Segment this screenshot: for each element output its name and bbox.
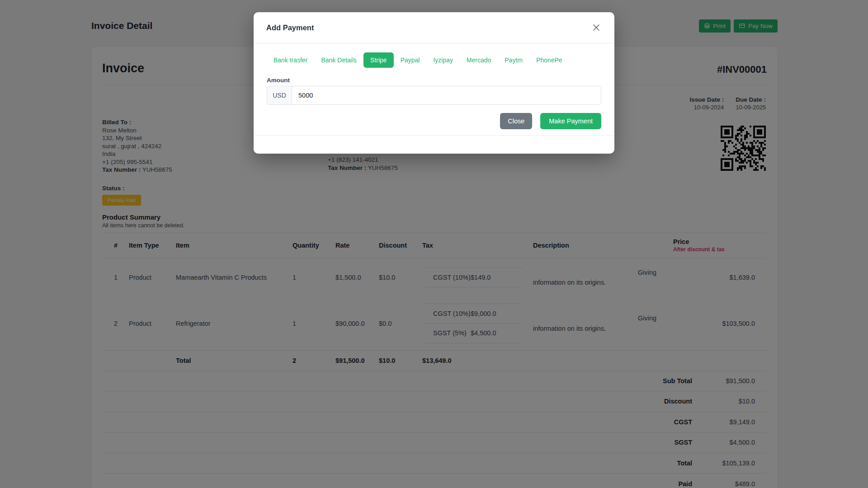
modal-title: Add Payment <box>266 23 314 32</box>
tab-paypal[interactable]: Paypal <box>394 52 427 68</box>
modal-body: Bank trasfer Bank Details Stripe Paypal … <box>254 43 614 129</box>
close-icon[interactable] <box>591 22 602 33</box>
make-payment-button[interactable]: Make Payment <box>540 113 601 129</box>
add-payment-modal: Add Payment Bank trasfer Bank Details St… <box>254 12 614 154</box>
modal-footer <box>254 135 614 154</box>
tab-phonepe[interactable]: PhonePe <box>529 52 569 68</box>
amount-input[interactable] <box>292 86 601 104</box>
tab-mercado[interactable]: Mercado <box>460 52 498 68</box>
modal-actions: Close Make Payment <box>267 113 601 129</box>
modal-header: Add Payment <box>254 12 614 43</box>
amount-label: Amount <box>267 77 601 84</box>
tab-paytm[interactable]: Paytm <box>498 52 530 68</box>
tab-bank-details[interactable]: Bank Details <box>314 52 363 68</box>
tab-bank-transfer[interactable]: Bank trasfer <box>267 52 314 68</box>
currency-prefix: USD <box>267 86 292 104</box>
amount-input-group: USD <box>267 86 601 105</box>
payment-method-tabs: Bank trasfer Bank Details Stripe Paypal … <box>267 52 601 68</box>
tab-stripe[interactable]: Stripe <box>363 52 394 68</box>
modal-close-button[interactable]: Close <box>500 113 532 129</box>
tab-iyzipay[interactable]: Iyzipay <box>426 52 460 68</box>
